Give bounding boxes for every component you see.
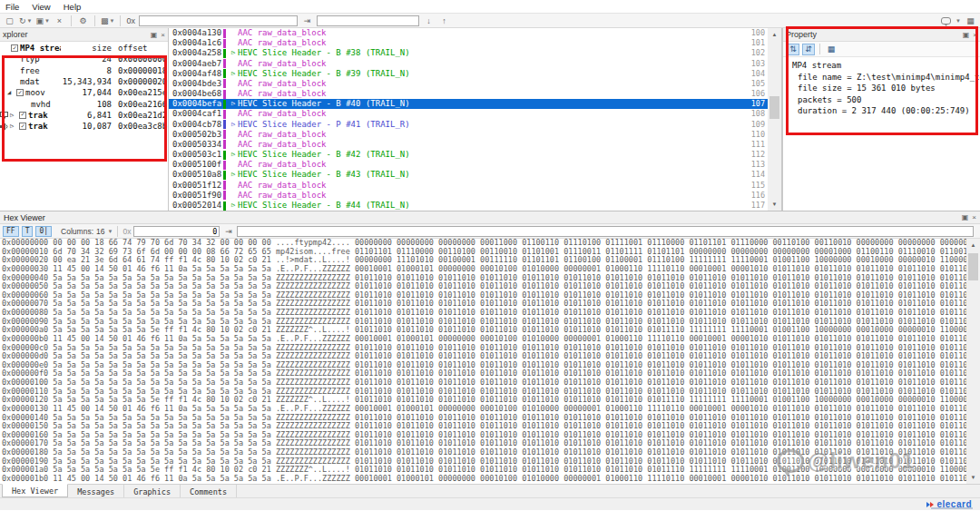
tree-node-size: 8 bbox=[61, 66, 112, 75]
expand-arrow-icon[interactable]: ▷ bbox=[229, 120, 238, 130]
binary-mode-button[interactable]: 0| bbox=[35, 226, 52, 237]
stream-row-marker bbox=[223, 191, 226, 200]
scroll-thumb[interactable] bbox=[769, 96, 779, 119]
scroll-thumb[interactable] bbox=[968, 253, 978, 280]
tree-node-mvhd[interactable]: mvhd1080x00ea2166 bbox=[0, 98, 168, 109]
window-layout-icon[interactable]: ▢ bbox=[4, 15, 15, 26]
stream-row[interactable]: 0x0004a130AAC raw_data_block100 bbox=[169, 28, 768, 38]
float-panel-icon[interactable]: ▣ bbox=[963, 31, 970, 39]
stream-row[interactable]: 0x00051f12AAC raw_data_block115 bbox=[169, 181, 768, 191]
float-panel-icon[interactable]: ▣ bbox=[151, 31, 158, 39]
stream-row[interactable]: 0x0004af48▷HEVC Slice Header - B #39 (TR… bbox=[169, 69, 768, 79]
stream-row[interactable]: 0x000503c1▷HEVC Slice Header - B #42 (TR… bbox=[169, 150, 768, 160]
expand-arrow-icon[interactable]: ▷ bbox=[229, 99, 238, 109]
tree-node-label: mdat bbox=[20, 77, 40, 86]
stream-row[interactable]: 0x0004cb78▷HEVC Slice Header - P #41 (TR… bbox=[169, 120, 768, 130]
columns-label: Columns: bbox=[61, 227, 93, 236]
stream-row-line-number: 112 bbox=[744, 150, 768, 160]
tree-node-trak[interactable]: ▷✓trak10,0870x00ea3c8b bbox=[0, 121, 168, 132]
hex-mode-button[interactable]: FF bbox=[3, 226, 19, 237]
tree-node-mdat[interactable]: mdat15,343,9340x00000020 bbox=[0, 76, 168, 87]
sort-alphabetical-icon[interactable]: ⇵ bbox=[802, 44, 815, 55]
stream-row[interactable]: 0x00051f90AAC raw_data_block116 bbox=[169, 191, 768, 201]
expand-arrow-icon[interactable]: ▷ bbox=[229, 170, 238, 180]
stream-scrollbar[interactable]: ▲ ▼ bbox=[768, 28, 781, 211]
tree-root[interactable]: ✓MP4 stream bbox=[0, 44, 61, 53]
search-input[interactable] bbox=[317, 15, 419, 26]
menu-view[interactable]: View bbox=[32, 2, 50, 12]
stream-row-marker bbox=[223, 39, 226, 48]
expand-arrow-icon[interactable]: ▷ bbox=[229, 48, 238, 58]
collapsed-arrow-icon[interactable]: ▷ bbox=[10, 112, 17, 119]
save-layout-icon[interactable]: ▣▼ bbox=[36, 15, 50, 26]
audio-track-icon bbox=[0, 123, 8, 131]
checkbox-icon[interactable]: ✓ bbox=[19, 123, 26, 130]
columns-select[interactable]: 16 ▼ bbox=[96, 227, 113, 236]
tree-node-moov[interactable]: ◢✓moov17,0440x00ea215e bbox=[0, 87, 168, 98]
stream-row[interactable]: 0x000502b3AAC raw_data_block110 bbox=[169, 130, 768, 140]
close-panel-icon[interactable]: × bbox=[161, 31, 165, 39]
grid-icon[interactable]: ▦ bbox=[825, 44, 838, 55]
main-toolbar: ▢ ↻▼ ▣▼ × ⚙ ▩▼ 0x ⇥ ↓ ↑ ▼ ▦ bbox=[0, 13, 980, 28]
goto-icon[interactable]: ⇥ bbox=[301, 15, 313, 26]
checkbox-icon[interactable]: ✓ bbox=[16, 89, 24, 96]
goto-offset-input[interactable] bbox=[139, 15, 298, 26]
stream-row-address: 0x00051f12 bbox=[169, 181, 223, 191]
collapsed-arrow-icon[interactable]: ▷ bbox=[10, 123, 17, 130]
sort-categorized-icon[interactable]: ⇅ bbox=[787, 44, 799, 55]
scroll-up-icon[interactable]: ▲ bbox=[966, 239, 980, 251]
tab-hex-viewer[interactable]: Hex Viewer bbox=[2, 484, 68, 497]
tab-messages[interactable]: Messages bbox=[68, 485, 124, 497]
reload-icon[interactable]: ↻▼ bbox=[19, 15, 33, 26]
menu-file[interactable]: File bbox=[5, 2, 19, 12]
stream-row[interactable]: 0x0004aeb7AAC raw_data_block103 bbox=[169, 59, 768, 69]
tab-graphics[interactable]: Graphics bbox=[124, 485, 181, 497]
menu-help[interactable]: Help bbox=[64, 2, 82, 12]
stream-row[interactable]: 0x0004befa▷HEVC Slice Header - B #40 (TR… bbox=[169, 99, 768, 109]
grid-view-icon[interactable]: ▦ bbox=[965, 15, 976, 26]
stream-row-label: HEVC Slice Header - P #41 (TRAIL_R) bbox=[238, 120, 744, 130]
goto-icon[interactable]: ⇥ bbox=[222, 225, 234, 237]
stream-row[interactable]: 0x00052014▷HEVC Slice Header - B #44 (TR… bbox=[169, 201, 768, 211]
close-panel-icon[interactable]: × bbox=[972, 213, 976, 221]
scroll-down-icon[interactable]: ▼ bbox=[768, 198, 781, 211]
tree-node-free[interactable]: free80x00000018 bbox=[0, 65, 168, 76]
expand-arrow-icon[interactable]: ▷ bbox=[229, 150, 238, 160]
stream-row-address: 0x0004befa bbox=[169, 99, 223, 109]
hex-scrollbar[interactable]: ▲ ▼ bbox=[966, 239, 980, 484]
stream-row[interactable]: 0x0004caf1AAC raw_data_block108 bbox=[169, 109, 768, 119]
stream-row[interactable]: 0x000510a8▷HEVC Slice Header - B #43 (TR… bbox=[169, 170, 768, 180]
float-panel-icon[interactable]: ▣ bbox=[962, 213, 969, 221]
scroll-up-icon[interactable]: ▲ bbox=[768, 28, 781, 41]
stream-row[interactable]: 0x0004a258▷HEVC Slice Header - B #38 (TR… bbox=[169, 48, 768, 58]
stream-row-line-number: 101 bbox=[744, 38, 768, 48]
settings-gear-icon[interactable]: ⚙ bbox=[77, 15, 89, 26]
comment-dropdown-icon[interactable]: ▼ bbox=[956, 18, 961, 24]
close-stream-icon[interactable]: × bbox=[54, 15, 65, 26]
checkbox-icon[interactable]: ✓ bbox=[11, 44, 18, 52]
search-up-icon[interactable]: ↑ bbox=[438, 15, 450, 26]
tree-node-trak[interactable]: ▷✓trak6,8410x00ea21d2 bbox=[0, 110, 168, 121]
text-mode-button[interactable]: T bbox=[22, 226, 34, 237]
stream-row-marker bbox=[223, 140, 226, 149]
hex-row[interactable]: 0x000001b0 11 45 00 14 50 01 46 f6 11 0a… bbox=[0, 475, 966, 484]
stream-row[interactable]: 0x0005100fAAC raw_data_block113 bbox=[169, 160, 768, 170]
hex-offset-input[interactable] bbox=[133, 226, 220, 237]
stream-row[interactable]: 0x0004bde3AAC raw_data_block105 bbox=[169, 79, 768, 89]
search-down-icon[interactable]: ↓ bbox=[423, 15, 435, 26]
filter-icon[interactable]: ▩▼ bbox=[101, 15, 114, 26]
tab-comments[interactable]: Comments bbox=[181, 485, 237, 497]
close-panel-icon[interactable]: × bbox=[973, 31, 977, 39]
stream-row[interactable]: 0x0004a1c6AAC raw_data_block101 bbox=[169, 38, 768, 48]
comment-bubble-icon[interactable] bbox=[941, 17, 951, 25]
stream-row[interactable]: 0x0004be68AAC raw_data_block106 bbox=[169, 89, 768, 99]
expand-arrow-icon[interactable]: ▷ bbox=[229, 201, 238, 211]
expand-arrow-icon[interactable]: ▷ bbox=[229, 69, 238, 79]
stream-row[interactable]: 0x00050334AAC raw_data_block111 bbox=[169, 140, 768, 150]
stream-row-line-number: 109 bbox=[744, 120, 768, 130]
scroll-down-icon[interactable]: ▼ bbox=[966, 471, 980, 484]
tree-node-ftyp[interactable]: ftyp240x00000000 bbox=[0, 54, 168, 64]
checkbox-icon[interactable]: ✓ bbox=[19, 112, 26, 119]
expanded-arrow-icon[interactable]: ◢ bbox=[7, 89, 15, 96]
hex-search-input[interactable] bbox=[237, 226, 974, 237]
